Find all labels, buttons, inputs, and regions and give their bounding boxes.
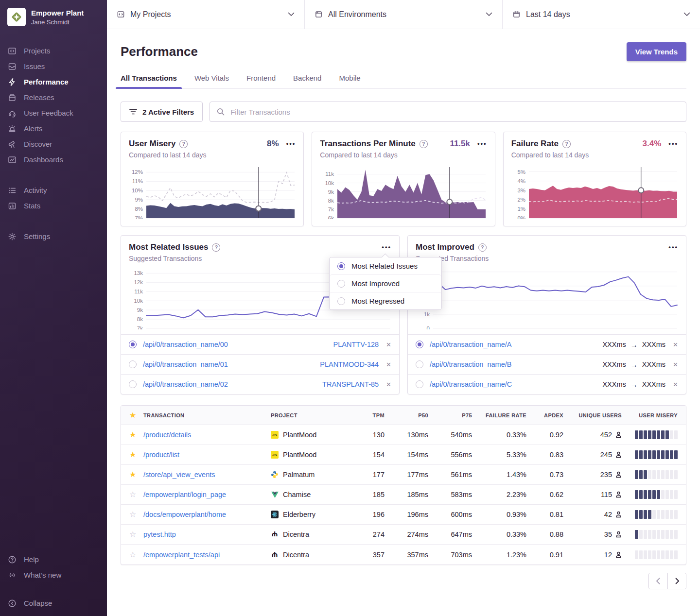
issue-link[interactable]: PLANTMOOD-344 bbox=[320, 360, 379, 368]
sidebar-item-user-feedback[interactable]: User Feedback bbox=[8, 108, 99, 118]
failure-rate-card: Failure Rate ? 3.4% Compared to last 14 … bbox=[503, 132, 686, 226]
transaction-link[interactable]: pytest.http bbox=[143, 530, 271, 538]
help-question-icon[interactable]: ? bbox=[212, 243, 220, 252]
active-filters-button[interactable]: 2 Active Filters bbox=[121, 102, 203, 122]
radio-button[interactable] bbox=[416, 360, 423, 368]
improved-transaction-row: /api/0/transaction_name/C XXXmsXXXms bbox=[408, 374, 686, 394]
user-misery-value: 8% bbox=[267, 139, 279, 149]
next-page-button[interactable] bbox=[667, 573, 686, 589]
transaction-search-input[interactable] bbox=[210, 102, 686, 122]
column-header-tpm[interactable]: TPM bbox=[352, 412, 385, 418]
star-icon[interactable] bbox=[121, 491, 143, 498]
column-header-failure-rate[interactable]: FAILURE RATE bbox=[472, 412, 526, 418]
table-row: /product/list JSPlantMood 154 154ms 556m… bbox=[121, 445, 686, 465]
svg-text:9k: 9k bbox=[328, 189, 334, 195]
close-icon[interactable] bbox=[386, 381, 391, 388]
star-icon[interactable] bbox=[121, 511, 143, 518]
transaction-link[interactable]: /store/api_view_events bbox=[143, 471, 271, 479]
transaction-link[interactable]: /empowerplant/login_page bbox=[143, 491, 271, 498]
p50-value: 274ms bbox=[385, 530, 428, 538]
tab-web-vitals[interactable]: Web Vitals bbox=[194, 74, 229, 88]
table-row: /empowerplant_tests/api ΨDicentra 357 35… bbox=[121, 545, 686, 565]
sidebar-item-activity[interactable]: Activity bbox=[8, 185, 99, 195]
radio-button[interactable] bbox=[416, 380, 423, 388]
menu-item-most-improved[interactable]: Most Improved bbox=[330, 274, 441, 292]
close-icon[interactable] bbox=[386, 341, 391, 348]
transaction-link[interactable]: /api/0/transaction_name/C bbox=[430, 380, 512, 388]
sidebar-item-label: Alerts bbox=[24, 124, 42, 133]
card-menu-ellipsis-icon[interactable] bbox=[286, 141, 296, 146]
issue-link[interactable]: TRANSPLANT-85 bbox=[322, 380, 379, 388]
project-selector[interactable]: My Projects bbox=[107, 0, 305, 29]
close-icon[interactable] bbox=[673, 381, 678, 388]
star-icon[interactable] bbox=[121, 471, 143, 479]
issue-link[interactable]: PLANTTV-128 bbox=[333, 341, 379, 348]
sidebar-collapse-button[interactable]: Collapse bbox=[8, 598, 99, 608]
sidebar-item-settings[interactable]: Settings bbox=[8, 231, 99, 241]
sidebar-item-help[interactable]: Help bbox=[8, 554, 99, 565]
date-range-selector[interactable]: Last 14 days bbox=[503, 0, 700, 29]
close-icon[interactable] bbox=[386, 361, 391, 368]
project-name: Elderberry bbox=[283, 511, 315, 518]
svg-text:7%: 7% bbox=[135, 215, 143, 219]
star-icon[interactable] bbox=[121, 431, 143, 439]
transaction-link[interactable]: /api/0/transaction_name/B bbox=[430, 360, 511, 368]
sidebar-item-projects[interactable]: Projects bbox=[8, 46, 99, 56]
sidebar-item-stats[interactable]: Stats bbox=[8, 201, 99, 211]
column-header-project[interactable]: PROJECT bbox=[271, 412, 352, 418]
help-question-icon[interactable]: ? bbox=[562, 140, 571, 148]
unique-users-value: 245 bbox=[600, 451, 612, 459]
column-header-unique-users[interactable]: UNIQUE USERS bbox=[563, 412, 622, 418]
org-switcher[interactable]: Empower Plant Jane Schmidt bbox=[0, 8, 107, 26]
help-question-icon[interactable]: ? bbox=[478, 243, 487, 252]
tpm-value: 196 bbox=[352, 511, 385, 518]
card-menu-ellipsis-icon[interactable] bbox=[477, 141, 487, 146]
transaction-link[interactable]: /product/list bbox=[143, 451, 271, 459]
transaction-link[interactable]: /api/0/transaction_name/A bbox=[430, 341, 511, 348]
radio-button[interactable] bbox=[416, 341, 423, 348]
sidebar-item-dashboards[interactable]: Dashboards bbox=[8, 154, 99, 165]
transaction-link[interactable]: /api/0/transaction_name/02 bbox=[143, 380, 228, 388]
transaction-link[interactable]: /empowerplant_tests/api bbox=[143, 551, 271, 559]
sidebar-item-performance[interactable]: Performance bbox=[8, 77, 99, 87]
column-header-p75[interactable]: P75 bbox=[428, 412, 472, 418]
menu-item-most-related-issues[interactable]: Most Related Issues bbox=[330, 257, 441, 274]
star-icon[interactable] bbox=[121, 451, 143, 459]
column-header-transaction[interactable]: TRANSACTION bbox=[143, 412, 271, 418]
column-header-p50[interactable]: P50 bbox=[385, 412, 428, 418]
transaction-link[interactable]: /docs/empowerplant/home bbox=[143, 511, 271, 518]
star-icon[interactable] bbox=[121, 551, 143, 559]
tab-mobile[interactable]: Mobile bbox=[339, 74, 360, 88]
environment-selector[interactable]: All Environments bbox=[305, 0, 503, 29]
star-icon[interactable] bbox=[121, 411, 143, 419]
previous-page-button[interactable] bbox=[649, 573, 667, 589]
radio-button[interactable] bbox=[129, 341, 137, 348]
sidebar-item-releases[interactable]: Releases bbox=[8, 92, 99, 103]
tab-all-transactions[interactable]: All Transactions bbox=[121, 74, 177, 88]
radio-button[interactable] bbox=[129, 360, 137, 368]
help-question-icon[interactable]: ? bbox=[420, 140, 428, 148]
card-menu-ellipsis-icon[interactable] bbox=[382, 245, 391, 250]
duration-change: XXXmsXXXms bbox=[602, 380, 665, 389]
column-header-user-misery[interactable]: USER MISERY bbox=[622, 412, 686, 418]
sidebar-item-discover[interactable]: Discover bbox=[8, 139, 99, 149]
apdex-value: 0.83 bbox=[526, 451, 563, 459]
sidebar-item-whats-new[interactable]: What’s new bbox=[8, 570, 99, 580]
menu-item-most-regressed[interactable]: Most Regressed bbox=[330, 292, 441, 309]
card-menu-ellipsis-icon[interactable] bbox=[668, 245, 678, 250]
radio-button[interactable] bbox=[129, 380, 137, 388]
tab-frontend[interactable]: Frontend bbox=[246, 74, 276, 88]
tab-backend[interactable]: Backend bbox=[293, 74, 321, 88]
help-question-icon[interactable]: ? bbox=[179, 140, 188, 148]
transaction-link[interactable]: /api/0/transaction_name/00 bbox=[143, 341, 228, 348]
close-icon[interactable] bbox=[673, 361, 678, 368]
column-header-apdex[interactable]: APDEX bbox=[526, 412, 563, 418]
transaction-link[interactable]: /product/details bbox=[143, 431, 271, 439]
star-icon[interactable] bbox=[121, 530, 143, 538]
sidebar-item-alerts[interactable]: Alerts bbox=[8, 123, 99, 134]
close-icon[interactable] bbox=[673, 341, 678, 348]
view-trends-button[interactable]: View Trends bbox=[627, 42, 686, 61]
card-menu-ellipsis-icon[interactable] bbox=[668, 141, 678, 146]
sidebar-item-issues[interactable]: Issues bbox=[8, 61, 99, 71]
transaction-link[interactable]: /api/0/transaction_name/01 bbox=[143, 360, 228, 368]
